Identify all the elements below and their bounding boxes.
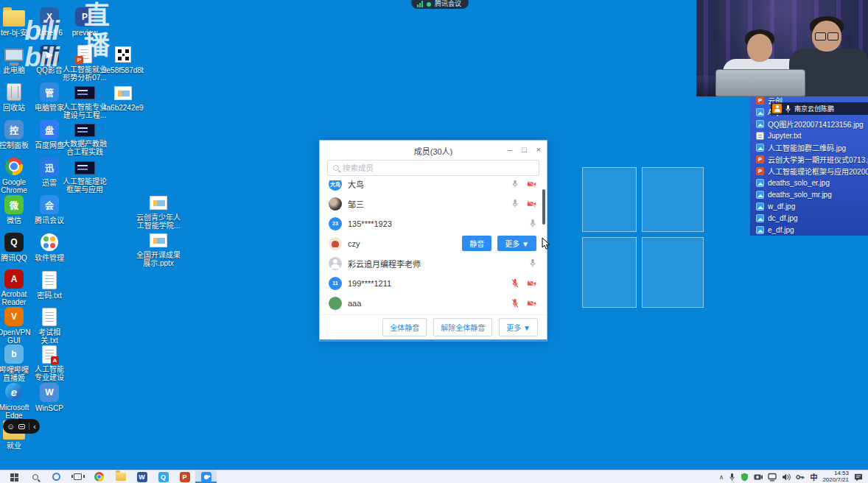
desktop-icon[interactable]: 4a6b2242e9098b5bad5... <box>102 81 144 119</box>
desktop-icon[interactable]: 密码.txt <box>32 269 67 306</box>
desktop-icon[interactable]: 人工智能专业建设与工程... <box>32 344 67 381</box>
tray-expand-chevron[interactable]: ∧ <box>719 473 724 481</box>
taskbar-explorer-button[interactable] <box>110 470 131 483</box>
desktop-icon[interactable]: A Acrobat Reader DC <box>0 269 32 306</box>
member-row-hovered[interactable]: czy 静音 更多 ▼ <box>329 233 536 253</box>
desktop-icon[interactable]: 盘 百度网盘 <box>32 119 67 156</box>
start-button[interactable] <box>3 470 24 483</box>
desktop-icon[interactable]: 此电脑 <box>0 43 32 81</box>
minimize-button[interactable]: – <box>508 145 512 154</box>
desktop-icon-art <box>5 156 23 177</box>
desktop-icon-label: 大数据产教融合工程实践0... <box>63 140 107 156</box>
desktop-icon[interactable]: P preview <box>63 6 107 43</box>
desktop-icon[interactable]: 人工智能理论框架与应用2... <box>63 156 107 194</box>
taskbar-meeting-button[interactable] <box>195 470 217 483</box>
footer-more-button[interactable]: 更多 ▼ <box>499 318 538 336</box>
desktop-icon[interactable]: 云创青少年人工智能学院... <box>136 191 181 229</box>
taskbar-powerpoint-button[interactable]: P <box>174 470 195 483</box>
desktop-icon[interactable]: 人工智能就业形势分析07... <box>63 43 107 81</box>
file-item[interactable]: w_df.jpg <box>756 200 868 212</box>
notification-center-icon[interactable] <box>854 473 863 482</box>
taskbar-clock[interactable]: 14:53 2020/7/21 <box>822 470 849 483</box>
tray-speaker-icon[interactable] <box>782 473 791 482</box>
close-button[interactable]: × <box>536 145 541 154</box>
desktop-icon[interactable]: 迅 迅雷 <box>32 156 67 194</box>
dialog-title-bar[interactable]: 成员(30人) – □ × <box>320 141 547 158</box>
ime-indicator[interactable]: 中 <box>810 471 817 482</box>
file-type-icon <box>756 96 764 105</box>
tray-link-icon[interactable] <box>796 473 805 482</box>
member-row[interactable]: 23 135****1923 <box>329 214 536 233</box>
desktop-icon[interactable]: 大数据产教融合工程实践0... <box>63 119 107 156</box>
file-item[interactable]: dc_df.jpg <box>756 212 868 224</box>
more-button[interactable]: 更多 ▼ <box>497 236 536 251</box>
desktop-icon[interactable]: 微 微信 <box>0 194 32 231</box>
desktop-icon[interactable]: V OpenVPN GUI <box>0 306 32 344</box>
mute-button[interactable]: 静音 <box>462 236 491 251</box>
emoji-icon[interactable]: ☺ <box>7 423 15 431</box>
desktop-icon-glyph <box>114 86 132 100</box>
file-item[interactable]: QQ图片20200714123156.jpg <box>756 118 868 130</box>
scrollbar-thumb[interactable] <box>542 189 545 225</box>
member-list[interactable]: 大鸟 大鸟 邹三 23 135****1923 <box>320 180 547 314</box>
meeting-status-pill[interactable]: 腾讯会议 <box>411 0 469 9</box>
tray-network-icon[interactable] <box>768 473 777 482</box>
desktop-icon[interactable]: 考试相关.txt <box>32 306 67 344</box>
desktop-icon[interactable]: 管 电脑管家 <box>32 81 67 119</box>
desktop-icon-art <box>7 81 21 103</box>
desktop-icon[interactable]: ▶ QQ影音 <box>32 43 67 81</box>
desktop-icon[interactable]: 9e58f587d8bdb847e47... <box>102 43 144 81</box>
desktop-icon[interactable]: b 哔哩哔哩直播姬 <box>0 344 32 381</box>
desktop-icon-label: 全国开课成果展示.pptx <box>136 251 181 267</box>
desktop-icon[interactable]: e Microsoft Edge <box>0 381 32 419</box>
member-search-box[interactable] <box>327 160 539 176</box>
file-item[interactable]: deaths_solo_er.jpg <box>756 177 868 188</box>
desktop-icon[interactable]: X Xshell 6 <box>32 6 67 43</box>
file-item[interactable]: Jupyter.txt <box>756 130 868 141</box>
desktop-icon-label: 此电脑 <box>0 66 32 74</box>
unmute-all-button[interactable]: 解除全体静音 <box>433 318 492 336</box>
taskbar-chrome-button[interactable] <box>88 470 110 483</box>
tray-mic-icon[interactable] <box>729 473 735 482</box>
tray-shield-icon[interactable] <box>741 473 749 482</box>
file-item[interactable]: e_df.jpg <box>756 224 868 236</box>
taskbar: W Q P ∧ 中 14:53 2020/7/21 <box>0 470 868 483</box>
member-row[interactable]: aaa <box>329 293 536 313</box>
member-row[interactable] <box>329 313 536 314</box>
file-item[interactable]: deaths_solo_mr.jpg <box>756 188 868 200</box>
desktop-icon[interactable]: 控 控制面板 <box>0 119 32 156</box>
desktop-icon[interactable]: 软件管理 <box>32 231 67 269</box>
taskbar-search-button[interactable] <box>24 470 46 483</box>
desktop-icon[interactable]: 会 腾讯会议 <box>32 194 67 231</box>
chat-icon[interactable] <box>18 424 25 429</box>
taskbar-qq-button[interactable]: Q <box>153 470 174 483</box>
file-item[interactable]: 人工智能理论框架与应用20200506.pptx <box>756 165 868 177</box>
search-input[interactable] <box>343 163 533 172</box>
danmaku-control-pill[interactable]: ☺ ‹ <box>3 419 40 434</box>
desktop-icon[interactable]: Google Chrome <box>0 156 32 194</box>
maximize-button[interactable]: □ <box>522 145 527 154</box>
desktop-icon-column-4: 9e58f587d8bdb847e47... 4a6b2242e9098b5ba… <box>102 43 144 119</box>
desktop-icon[interactable]: 回收站 <box>0 81 32 119</box>
member-row[interactable]: 邹三 <box>329 194 536 214</box>
desktop-icon[interactable]: ter-bj-安 <box>0 6 32 43</box>
desktop-icon-label: 微信 <box>0 216 32 225</box>
task-view-button[interactable] <box>67 470 88 483</box>
member-row[interactable]: 11 199****1211 <box>329 273 536 293</box>
member-row[interactable]: 彩云追月编程李老师 <box>329 253 536 273</box>
desktop-icon[interactable]: W WinSCP <box>32 381 67 419</box>
mute-all-button[interactable]: 全体静音 <box>382 318 427 336</box>
taskbar-word-button[interactable]: W <box>131 470 153 483</box>
desktop-icon[interactable]: Q 腾讯QQ <box>0 231 32 269</box>
member-row[interactable]: 大鸟 大鸟 <box>329 180 536 194</box>
desktop-icon[interactable]: 全国开课成果展示.pptx <box>136 229 181 267</box>
collapse-chevron-icon[interactable]: ‹ <box>33 423 36 431</box>
avatar <box>329 197 342 211</box>
cortana-button[interactable] <box>46 470 67 483</box>
member-name: 199****1211 <box>348 279 505 288</box>
file-item[interactable]: 人工智能加群二维码.jpg <box>756 141 868 153</box>
desktop-icon-art <box>77 43 92 65</box>
tray-camera-icon[interactable] <box>754 473 763 481</box>
desktop-icon[interactable]: 人工智能专业建设与工程... <box>63 81 107 119</box>
file-item[interactable]: 云创大学第一期开班仪式0713.pptx <box>756 153 868 165</box>
